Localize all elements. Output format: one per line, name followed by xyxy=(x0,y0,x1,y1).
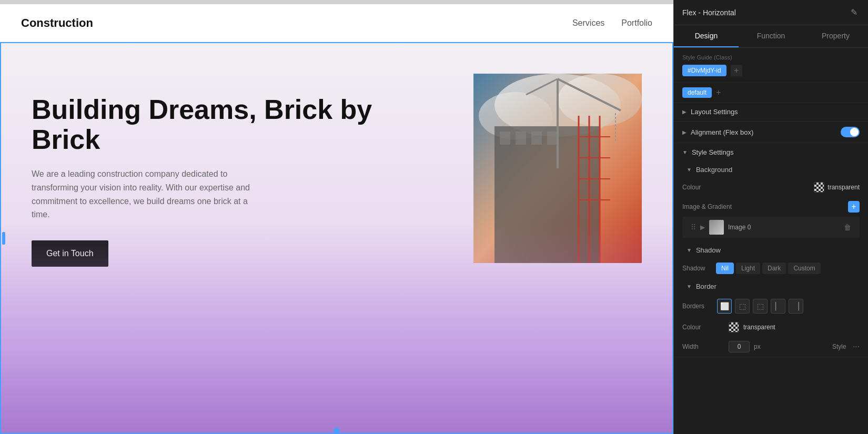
shadow-subsection-header[interactable]: ▼ Shadow xyxy=(674,242,868,258)
border-unit-label: px xyxy=(754,343,761,350)
tab-design[interactable]: Design xyxy=(674,25,739,47)
website-preview: Construction Services Portfolio Building… xyxy=(0,0,673,434)
image-name-label: Image 0 xyxy=(728,224,840,231)
hero-section: Building Dreams, Brick by Brick We are a… xyxy=(0,42,673,434)
panel-header-icons: ✎ xyxy=(849,6,860,18)
border-colour-label: Colour xyxy=(682,324,724,331)
border-width-input[interactable] xyxy=(729,341,750,352)
alignment-header[interactable]: ▶ Alignment (Flex box) xyxy=(674,122,868,143)
border-right-button[interactable]: ▕ xyxy=(789,299,803,314)
image-thumbnail xyxy=(709,220,724,235)
panel-header: Flex - Horizontal ✎ xyxy=(674,0,868,25)
style-tag-id[interactable]: #DivMjdY-id xyxy=(682,65,726,76)
style-guide-label: Style Guide (Class) xyxy=(682,54,860,60)
style-settings-label: Style Settings xyxy=(692,148,734,156)
border-bottom-button[interactable]: ⬚ xyxy=(753,299,768,314)
hero-image-placeholder xyxy=(473,74,642,263)
panel-title: Flex - Horizontal xyxy=(682,8,736,17)
border-style-dots[interactable]: ··· xyxy=(853,342,860,351)
background-subsection-header[interactable]: ▼ Background xyxy=(674,162,868,178)
layout-settings-section: ▶ Layout Settings xyxy=(674,103,868,122)
nav-link-services[interactable]: Services xyxy=(572,18,604,28)
default-tag[interactable]: default xyxy=(682,87,712,98)
colour-text-value: transparent xyxy=(827,184,860,191)
border-icons-row: Borders ⬜ ⬚ ⬚ ▏ ▕ xyxy=(674,295,868,318)
alignment-label: Alignment (Flex box) xyxy=(691,128,753,136)
drag-dots-icon: ⠿ xyxy=(691,223,696,231)
right-panel: Flex - Horizontal ✎ Design Function Prop… xyxy=(673,0,868,434)
border-colour-value: transparent xyxy=(743,324,775,331)
layout-settings-label: Layout Settings xyxy=(691,108,738,116)
shadow-light-button[interactable]: Light xyxy=(736,263,760,274)
image-item-row[interactable]: ⠿ ▶ Image 0 🗑 xyxy=(682,217,860,238)
style-guide-tags: #DivMjdY-id + xyxy=(682,65,860,76)
alignment-section: ▶ Alignment (Flex box) xyxy=(674,122,868,143)
border-chevron-icon: ▼ xyxy=(687,284,692,289)
panel-tabs: Design Function Property xyxy=(674,25,868,48)
border-colour-row: Colour transparent xyxy=(674,318,868,337)
colour-row: Colour transparent xyxy=(674,178,868,197)
svg-rect-7 xyxy=(531,132,542,145)
canvas-bottom-handle[interactable] xyxy=(334,428,340,434)
alignment-chevron-icon: ▶ xyxy=(682,129,687,135)
shadow-buttons-row: Shadow Nil Light Dark Custom xyxy=(674,258,868,278)
style-settings-section: ▼ Style Settings ▼ Background Colour tra… xyxy=(674,143,868,357)
style-guide-section: Style Guide (Class) #DivMjdY-id + xyxy=(674,48,868,83)
shadow-dark-button[interactable]: Dark xyxy=(762,263,786,274)
background-chevron-icon: ▼ xyxy=(687,167,692,173)
style-settings-header[interactable]: ▼ Style Settings xyxy=(674,143,868,162)
hero-cta-button[interactable]: Get in Touch xyxy=(32,240,108,267)
canvas-area: Construction Services Portfolio Building… xyxy=(0,0,673,434)
expand-arrow-icon[interactable]: ▶ xyxy=(700,224,705,231)
style-settings-chevron-icon: ▼ xyxy=(682,149,688,155)
border-label: Border xyxy=(696,282,716,290)
crane-svg xyxy=(473,74,642,263)
border-width-row: Width px Style ··· xyxy=(674,337,868,357)
hero-text: Building Dreams, Brick by Brick We are a… xyxy=(32,74,452,267)
canvas-ruler xyxy=(0,0,673,4)
border-top-button[interactable]: ⬚ xyxy=(735,299,750,314)
layout-settings-header[interactable]: ▶ Layout Settings xyxy=(674,103,868,121)
image-gradient-add-button[interactable]: + xyxy=(848,201,860,213)
site-logo: Construction xyxy=(21,16,93,30)
image-gradient-label: Image & Gradient xyxy=(682,203,732,210)
alignment-toggle[interactable] xyxy=(841,127,860,137)
nav-link-portfolio[interactable]: Portfolio xyxy=(621,18,652,28)
border-width-label: Width xyxy=(682,343,724,350)
default-add-button[interactable]: + xyxy=(716,88,721,97)
tab-function[interactable]: Function xyxy=(739,25,803,47)
border-colour-swatch[interactable] xyxy=(729,322,739,332)
shadow-label: Shadow xyxy=(696,246,721,254)
image-delete-button[interactable]: 🗑 xyxy=(844,223,851,231)
colour-value-group: transparent xyxy=(814,182,860,193)
background-label: Background xyxy=(696,166,732,174)
hero-title: Building Dreams, Brick by Brick xyxy=(32,95,452,155)
borders-row-label: Borders xyxy=(682,302,714,310)
svg-rect-4 xyxy=(494,126,600,263)
hero-image xyxy=(473,74,642,263)
site-nav-links: Services Portfolio xyxy=(572,18,652,28)
hero-description: We are a leading construction company de… xyxy=(32,167,253,221)
colour-swatch[interactable] xyxy=(814,182,824,193)
style-tag-add-button[interactable]: + xyxy=(731,65,742,76)
site-nav: Construction Services Portfolio xyxy=(0,4,673,42)
svg-rect-8 xyxy=(547,132,558,145)
tab-property[interactable]: Property xyxy=(803,25,868,47)
layout-chevron-icon: ▶ xyxy=(682,109,687,115)
colour-label: Colour xyxy=(682,184,724,191)
shadow-row-label: Shadow xyxy=(682,265,714,272)
border-all-button[interactable]: ⬜ xyxy=(717,299,732,314)
border-style-label: Style xyxy=(832,343,846,350)
svg-rect-5 xyxy=(500,132,510,145)
shadow-nil-button[interactable]: Nil xyxy=(716,263,734,274)
shadow-chevron-icon: ▼ xyxy=(687,247,692,253)
default-row: default + xyxy=(674,83,868,103)
shadow-custom-button[interactable]: Custom xyxy=(788,263,820,274)
border-subsection-header[interactable]: ▼ Border xyxy=(674,278,868,295)
edit-icon-button[interactable]: ✎ xyxy=(849,6,860,18)
image-gradient-row: Image & Gradient + xyxy=(674,197,868,217)
svg-rect-6 xyxy=(516,132,526,145)
border-left-button[interactable]: ▏ xyxy=(771,299,785,314)
